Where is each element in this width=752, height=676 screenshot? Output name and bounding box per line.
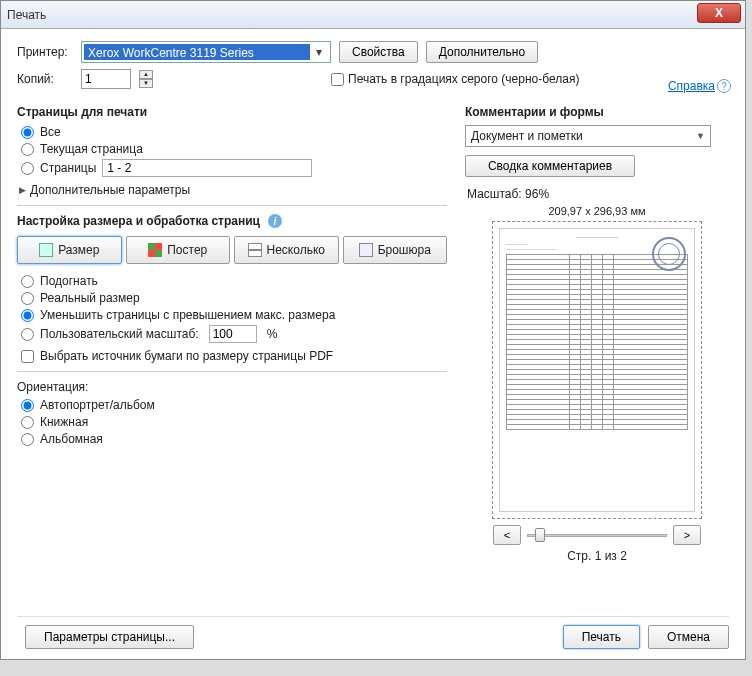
- copies-label: Копий:: [17, 72, 73, 86]
- copies-row: Копий: ▲ ▼ Печать в градациях серого (че…: [17, 69, 729, 89]
- paper-source-checkbox[interactable]: [21, 350, 34, 363]
- advanced-button[interactable]: Дополнительно: [426, 41, 538, 63]
- fit-radio[interactable]: [21, 275, 34, 288]
- pages-current-label: Текущая страница: [40, 142, 143, 156]
- actual-label: Реальный размер: [40, 291, 140, 305]
- printer-label: Принтер:: [17, 45, 73, 59]
- tab-size[interactable]: Размер: [17, 236, 122, 264]
- preview-table: [506, 254, 688, 430]
- scale-label: Масштаб:: [467, 187, 522, 201]
- orient-auto-radio[interactable]: [21, 399, 34, 412]
- custom-label: Пользовательский масштаб:: [40, 327, 199, 341]
- copies-spinner: ▲ ▼: [139, 70, 153, 88]
- cancel-button[interactable]: Отмена: [648, 625, 729, 649]
- preview-document: ─────────────── ────────── ─────────────…: [499, 228, 695, 512]
- size-icon: [39, 243, 53, 257]
- prev-page-button[interactable]: <: [493, 525, 521, 545]
- printer-value: Xerox WorkCentre 3119 Series: [84, 44, 310, 60]
- pages-title: Страницы для печати: [17, 105, 447, 119]
- orient-portrait-label: Книжная: [40, 415, 88, 429]
- comments-title: Комментарии и формы: [465, 105, 729, 119]
- pages-all-radio[interactable]: [21, 126, 34, 139]
- pct-label: %: [267, 327, 278, 341]
- comments-value: Документ и пометки: [471, 129, 696, 143]
- help-link[interactable]: Справка: [668, 79, 715, 93]
- comments-dropdown[interactable]: Документ и пометки ▼: [465, 125, 711, 147]
- more-options-label: Дополнительные параметры: [30, 183, 190, 197]
- multiple-icon: [248, 243, 262, 257]
- orientation-title: Ориентация:: [17, 380, 447, 394]
- orient-landscape-label: Альбомная: [40, 432, 103, 446]
- custom-scale-input[interactable]: [209, 325, 257, 343]
- preview-nav: < >: [465, 525, 729, 545]
- chevron-down-icon: ▾: [310, 45, 328, 59]
- orient-portrait-radio[interactable]: [21, 416, 34, 429]
- scale-value: 96%: [525, 187, 549, 201]
- tab-booklet[interactable]: Брошюра: [343, 236, 448, 264]
- bottom-row: Параметры страницы... Печать Отмена: [17, 616, 729, 649]
- paper-source-label: Выбрать источник бумаги по размеру стран…: [40, 349, 333, 363]
- titlebar: Печать X: [1, 1, 745, 29]
- tab-poster[interactable]: Постер: [126, 236, 231, 264]
- divider: [17, 371, 447, 372]
- pages-current-radio[interactable]: [21, 143, 34, 156]
- orient-landscape-radio[interactable]: [21, 433, 34, 446]
- grayscale-checkbox[interactable]: [331, 73, 344, 86]
- pages-range-radio[interactable]: [21, 162, 34, 175]
- sizing-toggle-row: Размер Постер Несколько Брошюра: [17, 236, 447, 264]
- poster-icon: [148, 243, 162, 257]
- close-button[interactable]: X: [697, 3, 741, 23]
- grayscale-option: Печать в градациях серого (черно-белая): [331, 72, 579, 86]
- custom-radio[interactable]: [21, 328, 34, 341]
- print-dialog: Печать X Справка ? Принтер: Xerox WorkCe…: [0, 0, 746, 660]
- pages-all-label: Все: [40, 125, 61, 139]
- help-icon[interactable]: ?: [717, 79, 731, 93]
- pages-range-input[interactable]: [102, 159, 312, 177]
- print-preview: ─────────────── ────────── ─────────────…: [492, 221, 702, 519]
- copies-input[interactable]: [81, 69, 131, 89]
- spinner-down[interactable]: ▼: [139, 79, 153, 88]
- page-slider[interactable]: [527, 528, 667, 542]
- slider-track: [527, 534, 667, 537]
- pages-range-label: Страницы: [40, 161, 96, 175]
- tab-booklet-label: Брошюра: [378, 243, 431, 257]
- scale-row: Масштаб: 96%: [467, 187, 727, 201]
- orient-auto-label: Автопортрет/альбом: [40, 398, 155, 412]
- stamp-icon: [652, 237, 686, 271]
- more-options-toggle[interactable]: ▶ Дополнительные параметры: [19, 183, 447, 197]
- right-column: Комментарии и формы Документ и пометки ▼…: [465, 99, 729, 606]
- printer-row: Принтер: Xerox WorkCentre 3119 Series ▾ …: [17, 41, 729, 63]
- grayscale-label: Печать в градациях серого (черно-белая): [348, 72, 579, 86]
- tab-multiple[interactable]: Несколько: [234, 236, 339, 264]
- sizing-header: Настройка размера и обработка страниц i: [17, 214, 447, 228]
- print-button[interactable]: Печать: [563, 625, 640, 649]
- main-columns: Страницы для печати Все Текущая страница…: [17, 99, 729, 606]
- page-indicator: Стр. 1 из 2: [465, 549, 729, 563]
- divider: [17, 205, 447, 206]
- sizing-title: Настройка размера и обработка страниц: [17, 214, 260, 228]
- fit-label: Подогнать: [40, 274, 98, 288]
- info-icon[interactable]: i: [268, 214, 282, 228]
- booklet-icon: [359, 243, 373, 257]
- triangle-right-icon: ▶: [19, 185, 26, 195]
- slider-thumb[interactable]: [535, 528, 545, 542]
- shrink-label: Уменьшить страницы с превышением макс. р…: [40, 308, 335, 322]
- dialog-body: Справка ? Принтер: Xerox WorkCentre 3119…: [1, 29, 745, 659]
- next-page-button[interactable]: >: [673, 525, 701, 545]
- dimensions-label: 209,97 x 296,93 мм: [465, 205, 729, 217]
- close-icon: X: [715, 6, 723, 20]
- page-setup-button[interactable]: Параметры страницы...: [25, 625, 194, 649]
- spinner-up[interactable]: ▲: [139, 70, 153, 79]
- chevron-down-icon: ▼: [696, 131, 705, 141]
- tab-size-label: Размер: [58, 243, 99, 257]
- tab-multiple-label: Несколько: [267, 243, 325, 257]
- window-title: Печать: [7, 8, 46, 22]
- left-column: Страницы для печати Все Текущая страница…: [17, 99, 447, 606]
- actual-radio[interactable]: [21, 292, 34, 305]
- printer-dropdown[interactable]: Xerox WorkCentre 3119 Series ▾: [81, 41, 331, 63]
- summary-button[interactable]: Сводка комментариев: [465, 155, 635, 177]
- shrink-radio[interactable]: [21, 309, 34, 322]
- properties-button[interactable]: Свойства: [339, 41, 418, 63]
- tab-poster-label: Постер: [167, 243, 207, 257]
